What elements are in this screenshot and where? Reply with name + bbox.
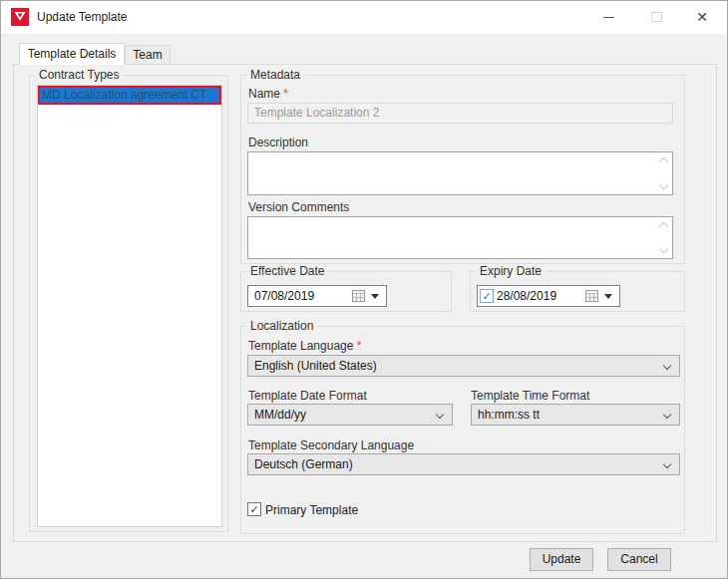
effective-date-picker[interactable]: 07/08/2019 [247, 285, 387, 307]
required-marker: * [357, 339, 362, 353]
effective-date-value: 07/08/2019 [254, 289, 314, 303]
localization-group-label: Localization [246, 319, 317, 333]
app-logo-icon [11, 8, 29, 26]
template-time-format-value: hh:mm:ss tt [478, 408, 540, 422]
cancel-button[interactable]: Cancel [607, 548, 671, 571]
name-label: Name * [248, 87, 288, 101]
check-icon: ✓ [482, 290, 491, 302]
close-icon: ✕ [696, 9, 708, 25]
required-marker: * [283, 87, 288, 101]
update-template-dialog: Update Template ✕ Template Details Team … [0, 0, 728, 579]
version-comments-field[interactable] [247, 216, 673, 259]
contract-types-group: MD Localization agreement CT [29, 75, 228, 532]
scroll-up-icon[interactable] [659, 222, 669, 232]
title-bar: Update Template ✕ [1, 1, 727, 34]
chevron-down-icon [436, 411, 444, 419]
template-date-format-value: MM/dd/yy [254, 408, 306, 422]
list-item[interactable]: MD Localization agreement CT [38, 86, 221, 105]
template-date-format-select[interactable]: MM/dd/yy [247, 404, 453, 426]
scroll-down-icon[interactable] [659, 244, 669, 254]
scroll-down-icon[interactable] [659, 180, 669, 190]
template-language-select[interactable]: English (United States) [247, 355, 680, 377]
expiry-date-picker[interactable]: ✓ 28/08/2019 [477, 285, 620, 307]
version-comments-label: Version Comments [248, 200, 349, 214]
calendar-icon [352, 289, 365, 305]
template-secondary-language-value: Deutsch (German) [254, 457, 353, 471]
dropdown-arrow-icon[interactable] [371, 294, 379, 299]
calendar-icon [585, 289, 598, 305]
minimize-button[interactable] [587, 1, 629, 33]
metadata-group: Name * Template Localization 2 Descripti… [240, 75, 685, 264]
description-field[interactable] [247, 151, 673, 195]
primary-template-checkbox[interactable]: ✓ [247, 502, 261, 516]
contract-types-group-label: Contract Types [35, 68, 123, 82]
expiry-date-group-label: Expiry Date [476, 264, 546, 278]
template-language-value: English (United States) [254, 359, 377, 373]
expiry-date-value: 28/08/2019 [497, 289, 556, 303]
localization-group: Template Language * English (United Stat… [240, 326, 685, 534]
tab-template-details[interactable]: Template Details [19, 43, 125, 65]
template-time-format-label: Template Time Format [471, 389, 589, 403]
template-date-format-label: Template Date Format [248, 389, 367, 403]
scroll-up-icon[interactable] [659, 157, 669, 167]
template-secondary-language-label: Template Secondary Language [248, 438, 414, 452]
template-secondary-language-select[interactable]: Deutsch (German) [247, 453, 680, 475]
tab-team[interactable]: Team [125, 45, 171, 64]
contract-types-listbox[interactable]: MD Localization agreement CT [37, 85, 222, 527]
chevron-down-icon [663, 411, 671, 419]
primary-template-label[interactable]: Primary Template [265, 503, 358, 517]
chevron-down-icon [663, 460, 671, 468]
minimize-icon [603, 17, 614, 18]
expiry-date-checkbox[interactable]: ✓ [480, 289, 494, 303]
metadata-group-label: Metadata [246, 68, 304, 82]
effective-date-group-label: Effective Date [246, 264, 328, 278]
close-button[interactable]: ✕ [681, 1, 723, 33]
maximize-icon [651, 12, 662, 22]
chevron-down-icon [663, 362, 671, 370]
template-language-label: Template Language * [248, 339, 361, 353]
dropdown-arrow-icon[interactable] [604, 294, 612, 299]
maximize-button [635, 1, 677, 33]
check-icon: ✓ [249, 503, 258, 515]
window-title: Update Template [37, 10, 128, 24]
template-time-format-select[interactable]: hh:mm:ss tt [471, 404, 680, 426]
name-field: Template Localization 2 [247, 103, 673, 124]
update-button[interactable]: Update [530, 548, 593, 571]
description-label: Description [248, 136, 308, 149]
